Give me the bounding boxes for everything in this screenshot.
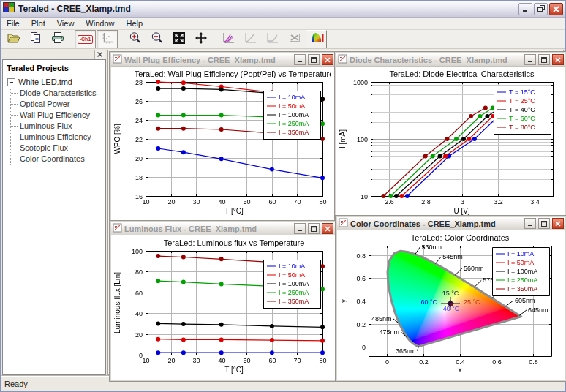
restore-button[interactable] — [534, 3, 548, 15]
plot-curves-icon — [222, 31, 236, 48]
axes-scale-button — [97, 30, 118, 48]
zoom-in-button[interactable] — [124, 30, 146, 48]
document-icon — [339, 218, 348, 229]
axes-scale-icon — [101, 31, 114, 48]
app-icon — [3, 2, 15, 15]
tree-root-white-led[interactable]: White LED.tmd — [7, 78, 104, 86]
fit-view-button[interactable] — [168, 30, 189, 48]
collapse-icon[interactable] — [7, 78, 15, 86]
child-maximize-button[interactable] — [538, 54, 550, 65]
title-bar[interactable]: Teraled - CREE_Xlamp.tmd — [1, 1, 565, 18]
cie-color-icon — [309, 31, 324, 48]
panel-title: Teraled Projects — [7, 64, 104, 72]
color-coordinates-chart[interactable] — [338, 231, 562, 377]
child-maximize-button[interactable] — [308, 54, 320, 65]
clear-plot-icon — [287, 31, 302, 48]
panel-gripper — [2, 50, 106, 59]
sidebar-item-color-coordinates[interactable]: Color Coordinates — [11, 154, 104, 165]
luminous-flux-window: Luminous Flux - CREE_Xlamp.tmd — [110, 221, 336, 381]
folder-open-icon — [7, 31, 21, 48]
color-diagram-button[interactable] — [306, 30, 327, 48]
diode-characteristics-window: Diode Characteristics - CREE_Xlamp.tmd — [335, 52, 566, 222]
zoom-out-icon — [150, 31, 165, 48]
menu-item-plot[interactable]: Plot — [26, 18, 51, 29]
child-title-bar[interactable]: Diode Characteristics - CREE_Xlamp.tmd — [336, 53, 565, 67]
sidebar-item-diode-characteristics[interactable]: Diode Characteristics — [11, 88, 104, 99]
child-minimize-button[interactable] — [524, 218, 536, 229]
menu-item-view[interactable]: View — [51, 18, 80, 29]
mdi-area: Wall Plug Efficiency - CREE_Xlamp.tmd Di… — [107, 50, 564, 375]
child-close-button[interactable] — [322, 223, 333, 234]
child-title-bar[interactable]: Wall Plug Efficiency - CREE_Xlamp.tmd — [111, 53, 335, 67]
tree-children: Diode Characteristics Optical Power Wall… — [10, 88, 104, 165]
copy-icon — [29, 31, 42, 48]
menu-item-window[interactable]: Window — [80, 18, 120, 29]
child-maximize-button[interactable] — [538, 218, 550, 229]
zoom-out-button[interactable] — [146, 30, 167, 48]
menu-item-file[interactable]: File — [1, 18, 26, 29]
child-title-bar[interactable]: Luminous Flux - CREE_Xlamp.tmd — [111, 222, 335, 235]
pan-button[interactable] — [190, 30, 211, 48]
fit-view-icon — [172, 31, 186, 48]
menu-bar: File Plot View Window Help — [1, 18, 565, 30]
window-title: Teraled - CREE_Xlamp.tmd — [18, 4, 517, 14]
panel-close-button[interactable] — [94, 50, 105, 60]
child-window-title: Diode Characteristics - CREE_Xlamp.tmd — [350, 56, 522, 64]
child-minimize-button[interactable] — [294, 54, 306, 65]
toolbar: -Ch1 — [1, 30, 565, 49]
channel-toggle-button[interactable]: -Ch1 — [75, 30, 96, 48]
project-tree: Teraled Projects White LED.tmd Diode Cha… — [2, 59, 106, 375]
print-button[interactable] — [47, 30, 68, 48]
status-text: Ready — [4, 380, 28, 388]
sidebar-item-luminous-efficiency[interactable]: Luminous Efficiency — [11, 132, 104, 143]
close-button[interactable] — [549, 3, 563, 15]
document-icon — [113, 223, 122, 234]
document-icon — [338, 54, 347, 65]
color-coordinates-window: Color Coordinates - CREE_Xlamp.tmd — [336, 216, 566, 381]
sidebar-item-wall-plug-efficiency[interactable]: Wall Plug Efficiency — [11, 110, 104, 121]
child-window-title: Color Coordinates - CREE_Xlamp.tmd — [350, 219, 522, 228]
minimize-button[interactable] — [518, 3, 532, 15]
plot-curve-gray-icon — [244, 31, 258, 48]
pan-icon — [194, 31, 208, 48]
printer-icon — [50, 31, 65, 48]
app-window: Teraled - CREE_Xlamp.tmd File Plot View … — [0, 0, 566, 392]
child-window-title: Luminous Flux - CREE_Xlamp.tmd — [124, 225, 292, 233]
child-title-bar[interactable]: Color Coordinates - CREE_Xlamp.tmd — [337, 217, 565, 230]
content-area: Teraled Projects White LED.tmd Diode Cha… — [1, 49, 565, 376]
plot-curves-button[interactable] — [218, 30, 239, 48]
menu-item-help[interactable]: Help — [120, 18, 148, 29]
wall-plug-efficiency-window: Wall Plug Efficiency - CREE_Xlamp.tmd — [110, 52, 336, 222]
child-minimize-button[interactable] — [524, 54, 536, 65]
luminous-flux-chart[interactable] — [112, 236, 331, 377]
sidebar-item-optical-power[interactable]: Optical Power — [11, 99, 104, 110]
zoom-in-icon — [128, 31, 143, 48]
wall-plug-efficiency-chart[interactable] — [112, 67, 331, 218]
document-icon — [113, 54, 122, 65]
plot-knee-button-disabled — [262, 30, 283, 48]
clear-plot-button-disabled — [284, 30, 305, 48]
copy-button[interactable] — [25, 30, 46, 48]
plot-knee-gray-icon — [265, 31, 280, 48]
channel-label-icon: -Ch1 — [78, 35, 94, 44]
diode-characteristics-chart[interactable] — [337, 67, 562, 218]
projects-panel: Teraled Projects White LED.tmd Diode Cha… — [2, 50, 106, 375]
child-close-button[interactable] — [322, 54, 333, 65]
open-file-button[interactable] — [3, 30, 24, 48]
sidebar-item-luminous-flux[interactable]: Luminous Flux — [11, 121, 104, 132]
child-maximize-button[interactable] — [308, 223, 320, 234]
child-window-title: Wall Plug Efficiency - CREE_Xlamp.tmd — [124, 56, 292, 64]
plot-curve-button-disabled — [240, 30, 261, 48]
sidebar-item-scotopic-flux[interactable]: Scotopic Flux — [11, 143, 104, 154]
child-minimize-button[interactable] — [294, 223, 306, 234]
child-close-button[interactable] — [552, 218, 564, 229]
child-close-button[interactable] — [552, 54, 564, 65]
